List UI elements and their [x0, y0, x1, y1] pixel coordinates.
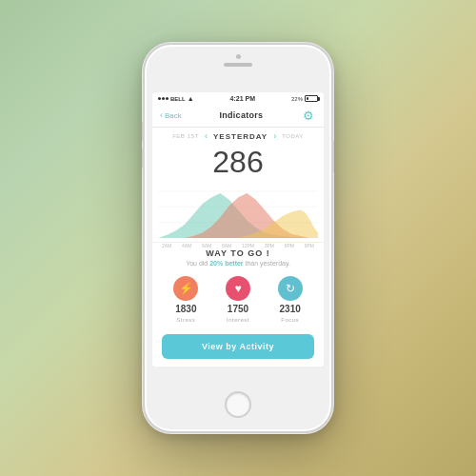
metric-interest: ♥ 1750 Interest	[226, 276, 250, 323]
message-sub-before: You did	[186, 260, 209, 267]
phone-screen: BELL ▲ 4:21 PM 22% ‹ Back Indicators	[152, 92, 324, 367]
status-bar: BELL ▲ 4:21 PM 22%	[152, 92, 324, 104]
battery-percent: 22%	[291, 96, 303, 102]
power-button	[331, 140, 334, 173]
metrics-area: ⚡ 1830 Stress ♥ 1750 Interest ↻ 2310 Foc…	[152, 270, 324, 328]
metric-stress: ⚡ 1830 Stress	[173, 276, 198, 323]
stress-icon: ⚡	[173, 276, 198, 301]
chart-area: 2AM 4AM 6AM 8AM 12PM 3PM 6PM 9PM	[152, 177, 324, 242]
status-left: BELL ▲	[158, 95, 194, 102]
big-number-area: 286	[152, 143, 324, 177]
current-date-label: YESTERDAY	[213, 132, 268, 141]
chart-label-1: 2AM	[162, 243, 171, 248]
volume-button-down	[142, 148, 145, 169]
interest-icon: ♥	[226, 276, 250, 301]
interest-label: Interest	[227, 317, 249, 323]
message-title: WAY TO GO !	[160, 248, 316, 258]
signal-dots	[158, 97, 169, 100]
signal-dot-2	[162, 97, 165, 100]
phone-top-elements	[224, 54, 252, 67]
interest-value: 1750	[228, 304, 248, 314]
nav-title: Indicators	[219, 110, 263, 120]
chart-label-8: 9PM	[305, 243, 314, 248]
battery-fill	[307, 97, 308, 100]
signal-dot-3	[166, 97, 169, 100]
phone-mockup: BELL ▲ 4:21 PM 22% ‹ Back Indicators	[143, 43, 333, 433]
wifi-icon: ▲	[188, 95, 194, 102]
gear-icon: ⚙	[303, 109, 314, 123]
date-nav: FEB 1ST ‹ YESTERDAY › TODAY	[152, 128, 324, 143]
activity-chart	[158, 181, 318, 238]
focus-value: 2310	[280, 304, 301, 314]
nav-bar: ‹ Back Indicators ⚙	[152, 104, 324, 128]
battery-icon	[305, 95, 318, 102]
big-number: 286	[152, 147, 324, 177]
phone-camera	[236, 54, 241, 59]
stress-label: Stress	[176, 317, 195, 323]
focus-icon: ↻	[278, 276, 303, 301]
chart-label-7: 6PM	[285, 243, 294, 248]
view-by-activity-button[interactable]: View by Activity	[162, 334, 314, 359]
settings-button[interactable]: ⚙	[301, 108, 316, 123]
message-subtitle: You did 20% better than yesterday.	[160, 260, 316, 267]
phone-frame: BELL ▲ 4:21 PM 22% ‹ Back Indicators	[143, 43, 333, 433]
status-time: 4:21 PM	[230, 95, 255, 102]
signal-dot-1	[158, 97, 161, 100]
phone-speaker	[224, 63, 252, 67]
home-button[interactable]	[225, 391, 251, 418]
metric-focus: ↻ 2310 Focus	[278, 276, 303, 323]
chart-label-3: 6AM	[202, 243, 211, 248]
back-label: Back	[165, 111, 182, 120]
message-sub-after: than yesterday.	[244, 260, 290, 267]
next-date-button[interactable]: ›	[273, 131, 276, 141]
carrier-label: BELL	[170, 96, 186, 102]
back-button[interactable]: ‹ Back	[160, 110, 182, 120]
prev-date-label: FEB 1ST	[172, 133, 199, 139]
chart-label-5: 12PM	[242, 243, 254, 248]
chart-label-6: 3PM	[265, 243, 274, 248]
chart-label-2: 4AM	[182, 243, 191, 248]
cta-area: View by Activity	[152, 328, 324, 367]
chart-label-4: 8AM	[222, 243, 231, 248]
back-chevron-icon: ‹	[160, 110, 163, 120]
focus-label: Focus	[281, 317, 299, 323]
stress-value: 1830	[175, 304, 196, 314]
prev-date-button[interactable]: ‹	[205, 131, 208, 141]
message-highlight: 20% better	[209, 260, 243, 267]
status-right: 22%	[291, 95, 318, 102]
next-date-label: TODAY	[282, 133, 304, 139]
volume-button-up	[142, 121, 145, 142]
chart-time-labels: 2AM 4AM 6AM 8AM 12PM 3PM 6PM 9PM	[158, 243, 318, 248]
